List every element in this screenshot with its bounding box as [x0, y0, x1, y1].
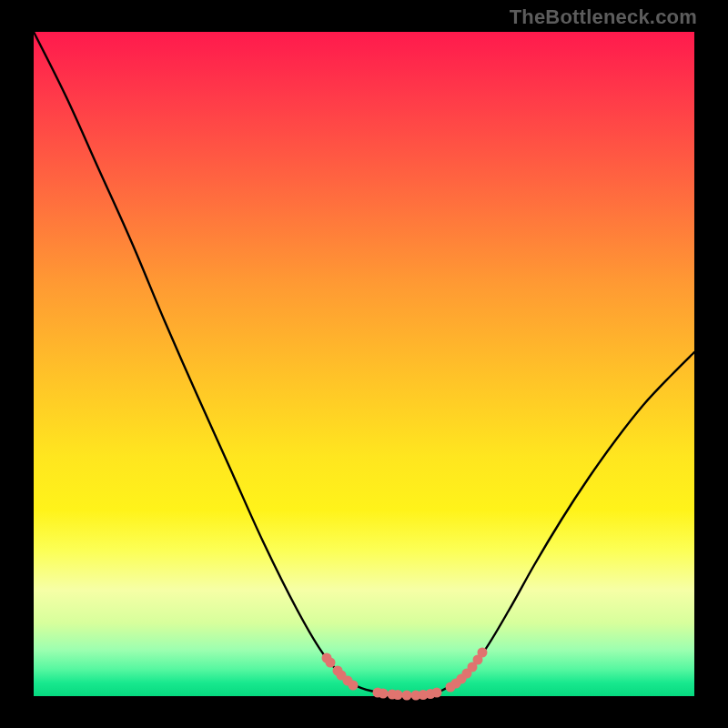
curve-dot: [379, 689, 389, 699]
curve-dot: [393, 690, 403, 700]
curve-layer: [34, 32, 694, 696]
curve-dot: [432, 688, 442, 698]
bottleneck-curve: [34, 32, 694, 695]
curve-dot: [402, 691, 412, 701]
curve-dot: [349, 681, 359, 691]
curve-dot: [478, 648, 488, 658]
plot-area: [34, 32, 694, 696]
chart-frame: TheBottleneck.com: [0, 0, 728, 728]
watermark-text: TheBottleneck.com: [510, 5, 697, 29]
curve-dot: [326, 658, 336, 668]
curve-dots: [322, 648, 488, 701]
